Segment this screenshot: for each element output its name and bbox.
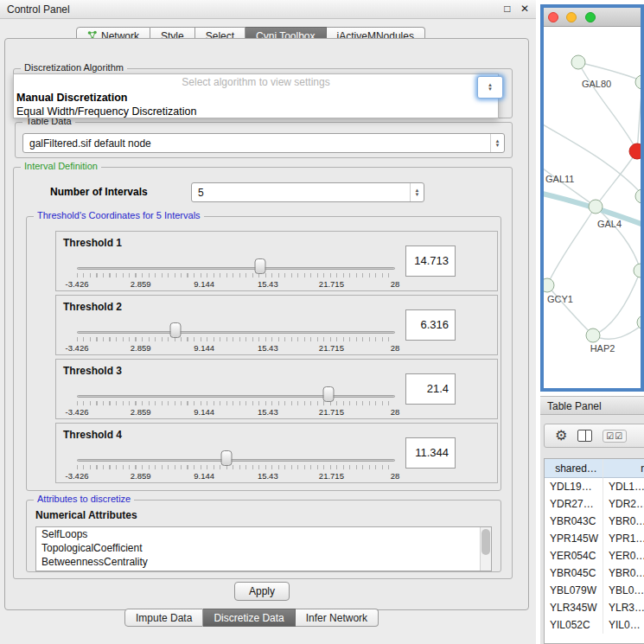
cell-name[interactable]: YBL0… — [603, 582, 644, 599]
algorithm-option-manual-discretization[interactable]: Manual Discretization — [14, 91, 498, 105]
scale-label: 21.715 — [319, 343, 344, 353]
cell-name[interactable]: YIL0… — [603, 616, 644, 634]
cell-name[interactable]: YDL1… — [603, 478, 644, 495]
scale-label: 21.715 — [319, 279, 344, 289]
numerical-attributes-list[interactable]: SelfLoops TopologicalCoefficient Between… — [35, 526, 492, 571]
threshold-2-slider[interactable] — [77, 325, 395, 342]
threshold-2-value-field[interactable]: 6.316 — [405, 309, 456, 341]
threshold-3-slider[interactable] — [77, 389, 395, 406]
slider-ticks — [77, 337, 395, 341]
threshold-4-value-field[interactable]: 11.344 — [405, 437, 456, 469]
network-window-titlebar — [544, 8, 641, 27]
list-item[interactable]: TopologicalCoefficient — [36, 541, 491, 555]
threshold-2-slider-thumb[interactable] — [170, 322, 182, 338]
cell-shared-name[interactable]: YLR345W — [545, 599, 603, 616]
slider-scale-labels: -3.426 2.859 9.144 15.43 21.715 28 — [77, 407, 395, 418]
cell-name[interactable]: YPR1… — [603, 530, 644, 547]
scale-label: 21.715 — [319, 471, 344, 481]
settings-gear-icon[interactable]: ⚙ — [555, 429, 567, 443]
scale-label: -3.426 — [66, 279, 89, 289]
cell-shared-name[interactable]: YBR045C — [545, 564, 603, 582]
table-row[interactable]: YIL052C YIL0… — [545, 616, 644, 634]
selected-red-node[interactable] — [629, 143, 641, 159]
number-of-intervals-value: 5 — [192, 187, 410, 199]
slider-scale-labels: -3.426 2.859 9.144 15.43 21.715 28 — [77, 343, 395, 354]
scrollbar-thumb[interactable] — [481, 529, 490, 555]
cell-shared-name[interactable]: YER054C — [545, 547, 603, 564]
cell-shared-name[interactable]: YDR27… — [545, 495, 603, 513]
algorithm-option-equal-width-frequency[interactable]: Equal Width/Frequency Discretization — [14, 105, 498, 118]
table-panel-titlebar: Table Panel — [540, 396, 644, 415]
cell-shared-name[interactable]: YPR145W — [545, 530, 603, 547]
algorithm-combo-stepper[interactable]: ▲▼ — [477, 76, 503, 99]
network-canvas[interactable]: GAL80 GAL11 GAL4 GCY1 HAP2 — [544, 27, 641, 388]
scale-label: 15.43 — [258, 343, 278, 353]
list-item[interactable]: SelfLoops — [36, 527, 491, 541]
select-columns-checkboxes-icon[interactable]: ☑☑ — [603, 430, 627, 443]
cell-shared-name[interactable]: YBR043C — [545, 513, 603, 530]
interval-definition-group-label: Interval Definition — [21, 161, 101, 171]
tab-impute-data[interactable]: Impute Data — [124, 609, 203, 627]
scale-label: 9.144 — [194, 407, 214, 417]
table-row[interactable]: YER054C YER0… — [545, 547, 644, 564]
tab-infer-network[interactable]: Infer Network — [296, 609, 379, 627]
column-header-shared-name[interactable]: shared… — [545, 459, 603, 478]
cell-name[interactable]: YDR2… — [603, 495, 644, 513]
scale-label: 15.43 — [258, 279, 278, 289]
scale-label: -3.426 — [66, 471, 89, 481]
scale-label: 2.859 — [131, 407, 151, 417]
threshold-3-slider-thumb[interactable] — [322, 386, 334, 402]
control-panel-window: Control Panel □ ✕ Network Style — [0, 0, 536, 644]
threshold-3-value-field[interactable]: 21.4 — [405, 373, 456, 405]
threshold-4-slider-thumb[interactable] — [220, 450, 232, 466]
table-row[interactable]: YLR345W YLR3… — [545, 599, 644, 616]
table-row[interactable]: YBR045C YBR0… — [545, 564, 644, 582]
node-attribute-table[interactable]: shared… n… YDL19… YDL1… YDR27… YDR2… YBR… — [544, 458, 644, 644]
cell-shared-name[interactable]: YBL079W — [545, 582, 603, 599]
cell-shared-name[interactable]: YDL19… — [545, 478, 603, 495]
table-panel-title: Table Panel — [547, 400, 602, 412]
scale-label: 2.859 — [131, 471, 151, 481]
minimize-window-icon[interactable] — [566, 12, 577, 22]
show-columns-icon[interactable] — [577, 430, 592, 442]
table-header-row: shared… n… — [545, 459, 644, 478]
slider-ticks — [77, 273, 395, 277]
algorithm-dropdown-popup: Select algorithm to view settings Manual… — [13, 73, 499, 118]
threshold-1-slider[interactable] — [77, 261, 395, 278]
bottom-tab-bar: Impute Data Discretize Data Infer Networ… — [124, 609, 379, 627]
threshold-1-slider-thumb[interactable] — [255, 258, 266, 274]
table-row[interactable]: YBL079W YBL0… — [545, 582, 644, 599]
scale-label: 21.715 — [319, 407, 344, 417]
slider-ticks — [77, 401, 395, 405]
scale-label: 9.144 — [194, 279, 214, 289]
table-data-combobox[interactable]: galFiltered.sif default node ▲▼ — [22, 133, 505, 153]
numerical-attributes-heading: Numerical Attributes — [35, 509, 137, 521]
threshold-4-slider[interactable] — [77, 453, 395, 470]
threshold-4-box: Threshold 4 -3.426 2.859 9.144 15.43 21.… — [55, 423, 498, 483]
number-of-intervals-combobox[interactable]: 5 ▲▼ — [191, 182, 424, 202]
slider-track — [77, 395, 395, 398]
cell-name[interactable]: YLR3… — [603, 599, 644, 616]
list-item[interactable]: BetweennessCentrality — [36, 555, 491, 569]
table-row[interactable]: YDL19… YDL1… — [545, 478, 644, 495]
threshold-1-value-field[interactable]: 14.713 — [405, 245, 456, 277]
close-panel-icon[interactable]: ✕ — [520, 3, 529, 15]
float-window-icon[interactable]: □ — [504, 3, 510, 15]
attributes-to-discretize-group: Attributes to discretize Numerical Attri… — [26, 500, 501, 572]
cell-name[interactable]: YBR0… — [603, 564, 644, 582]
scale-label: -3.426 — [66, 407, 89, 417]
table-row[interactable]: YDR27… YDR2… — [545, 495, 644, 513]
table-row[interactable]: YBR043C YBR0… — [545, 513, 644, 530]
attributes-group-label: Attributes to discretize — [34, 494, 134, 504]
apply-button[interactable]: Apply — [234, 582, 290, 601]
close-window-icon[interactable] — [548, 12, 558, 22]
table-row[interactable]: YPR145W YPR1… — [545, 530, 644, 547]
cell-name[interactable]: YBR0… — [603, 513, 644, 530]
cell-shared-name[interactable]: YIL052C — [545, 616, 603, 634]
column-header-name[interactable]: n… — [603, 459, 644, 478]
tab-discretize-data[interactable]: Discretize Data — [203, 609, 295, 627]
number-of-intervals-label: Number of Intervals — [50, 186, 148, 198]
zoom-window-icon[interactable] — [585, 12, 596, 22]
cell-name[interactable]: YER0… — [603, 547, 644, 564]
list-scrollbar[interactable] — [480, 527, 491, 571]
